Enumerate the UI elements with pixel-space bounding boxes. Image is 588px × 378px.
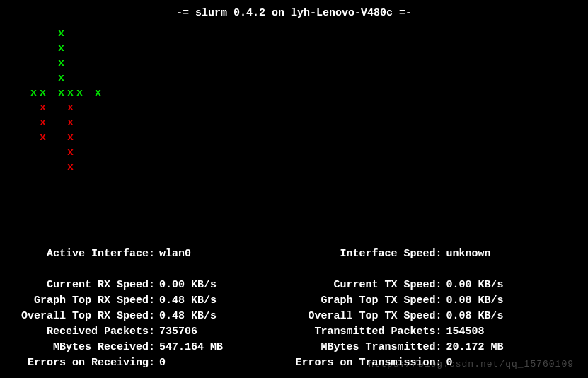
graph-row: x x [21, 101, 588, 115]
received-packets-label: Received Packets: [7, 324, 159, 340]
current-rx-label: Current RX Speed: [7, 277, 159, 293]
graph-top-tx-value: 0.08 KB/s [446, 293, 504, 309]
overall-top-rx-label: Overall Top RX Speed: [7, 309, 159, 324]
title-bar: -= slurm 0.4.2 on lyh-Lenovo-V480c =- [0, 0, 588, 26]
graph-top-rx-label: Graph Top RX Speed: [7, 293, 159, 309]
graph-row: x [21, 71, 588, 86]
tx-graph: x x x x x x x x [21, 101, 588, 175]
graph-row: x x [21, 130, 588, 145]
rx-graph: x x x x xx xxx x [21, 26, 588, 101]
current-tx-row: Current TX Speed: 0.00 KB/s [294, 277, 582, 293]
overall-top-tx-row: Overall Top TX Speed: 0.08 KB/s [294, 309, 582, 324]
errors-rx-row: Errors on Receiving: 0 [7, 355, 294, 371]
active-interface-label: Active Interface: [7, 246, 159, 262]
errors-tx-label: Errors on Transmission: [294, 355, 446, 371]
received-packets-row: Received Packets: 735706 [7, 324, 294, 340]
graph-row: x x [21, 115, 588, 130]
mbytes-received-value: 547.164 MB [159, 340, 223, 355]
graph-row: x [21, 160, 588, 175]
mbytes-transmitted-label: MBytes Transmitted: [294, 340, 446, 355]
mbytes-transmitted-value: 20.172 MB [446, 340, 504, 355]
errors-tx-value: 0 [446, 355, 453, 371]
graph-top-rx-value: 0.48 KB/s [159, 293, 217, 309]
stats-right-column: Interface Speed: unknown Current TX Spee… [294, 246, 582, 371]
mbytes-transmitted-row: MBytes Transmitted: 20.172 MB [294, 340, 582, 355]
overall-top-rx-value: 0.48 KB/s [159, 309, 217, 324]
active-interface-row: Active Interface: wlan0 [7, 246, 294, 262]
overall-top-tx-label: Overall Top TX Speed: [294, 309, 446, 324]
interface-speed-value: unknown [446, 246, 491, 262]
mbytes-received-label: MBytes Received: [7, 340, 159, 355]
graph-row: x [21, 41, 588, 56]
transmitted-packets-value: 154508 [446, 324, 485, 340]
current-rx-row: Current RX Speed: 0.00 KB/s [7, 277, 294, 293]
transmitted-packets-row: Transmitted Packets: 154508 [294, 324, 582, 340]
current-tx-label: Current TX Speed: [294, 277, 446, 293]
overall-top-rx-row: Overall Top RX Speed: 0.48 KB/s [7, 309, 294, 324]
graph-row: x [21, 56, 588, 71]
stats-panel: Active Interface: wlan0 Current RX Speed… [0, 246, 588, 371]
graph-row: x [21, 26, 588, 41]
graph-top-tx-label: Graph Top TX Speed: [294, 293, 446, 309]
received-packets-value: 735706 [159, 324, 197, 340]
errors-rx-label: Errors on Receiving: [7, 355, 159, 371]
transmitted-packets-label: Transmitted Packets: [294, 324, 446, 340]
active-interface-value: wlan0 [159, 246, 191, 262]
current-rx-value: 0.00 KB/s [159, 277, 217, 293]
errors-tx-row: Errors on Transmission: 0 [294, 355, 582, 371]
traffic-graph: x x x x xx xxx x x x x x x x x x [0, 26, 588, 203]
mbytes-received-row: MBytes Received: 547.164 MB [7, 340, 294, 355]
errors-rx-value: 0 [159, 355, 166, 371]
graph-row: xx xxx x [21, 86, 588, 101]
graph-top-rx-row: Graph Top RX Speed: 0.48 KB/s [7, 293, 294, 309]
graph-row: x [21, 145, 588, 160]
interface-speed-label: Interface Speed: [294, 246, 446, 262]
stats-left-column: Active Interface: wlan0 Current RX Speed… [7, 246, 294, 371]
interface-speed-row: Interface Speed: unknown [294, 246, 582, 262]
graph-top-tx-row: Graph Top TX Speed: 0.08 KB/s [294, 293, 582, 309]
current-tx-value: 0.00 KB/s [446, 277, 504, 293]
overall-top-tx-value: 0.08 KB/s [446, 309, 504, 324]
